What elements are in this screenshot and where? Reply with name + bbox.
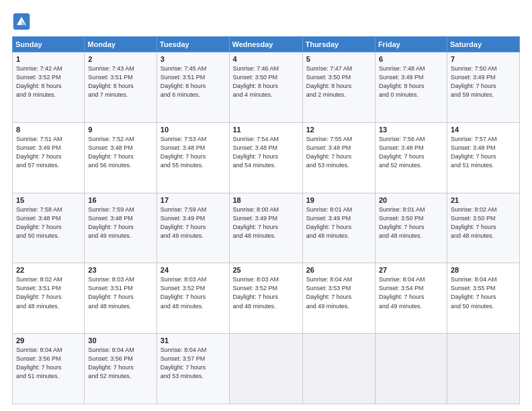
day-detail: Sunrise: 8:04 AM Sunset: 3:56 PM Dayligh… xyxy=(88,346,152,381)
day-detail: Sunrise: 7:46 AM Sunset: 3:50 PM Dayligh… xyxy=(233,64,299,99)
day-number: 29 xyxy=(16,336,81,345)
day-detail: Sunrise: 7:56 AM Sunset: 3:48 PM Dayligh… xyxy=(379,135,443,170)
day-detail: Sunrise: 7:59 AM Sunset: 3:48 PM Dayligh… xyxy=(88,205,152,240)
day-number: 17 xyxy=(161,196,226,204)
day-detail: Sunrise: 7:48 AM Sunset: 3:49 PM Dayligh… xyxy=(379,64,443,99)
column-header-thursday: Thursday xyxy=(302,37,375,52)
day-number: 18 xyxy=(233,196,299,204)
column-header-friday: Friday xyxy=(375,37,447,52)
calendar-table: SundayMondayTuesdayWednesdayThursdayFrid… xyxy=(12,36,520,404)
day-number: 11 xyxy=(233,126,299,134)
column-header-wednesday: Wednesday xyxy=(229,37,302,52)
column-header-saturday: Saturday xyxy=(447,37,519,52)
day-number: 16 xyxy=(88,196,152,204)
week-row-1: 1Sunrise: 7:42 AM Sunset: 3:52 PM Daylig… xyxy=(13,52,520,123)
day-number: 5 xyxy=(306,55,371,63)
day-detail: Sunrise: 8:03 AM Sunset: 3:52 PM Dayligh… xyxy=(233,275,299,310)
day-number: 31 xyxy=(161,336,226,345)
day-number: 7 xyxy=(451,55,516,63)
calendar-cell: 23Sunrise: 8:03 AM Sunset: 3:51 PM Dayli… xyxy=(85,263,157,334)
day-number: 28 xyxy=(451,266,516,274)
day-detail: Sunrise: 7:57 AM Sunset: 3:48 PM Dayligh… xyxy=(451,135,516,170)
calendar-cell: 13Sunrise: 7:56 AM Sunset: 3:48 PM Dayli… xyxy=(375,122,447,193)
header-row: SundayMondayTuesdayWednesdayThursdayFrid… xyxy=(13,37,520,52)
day-detail: Sunrise: 7:43 AM Sunset: 3:51 PM Dayligh… xyxy=(88,64,152,99)
day-detail: Sunrise: 7:42 AM Sunset: 3:52 PM Dayligh… xyxy=(16,64,81,99)
calendar-cell: 15Sunrise: 7:58 AM Sunset: 3:48 PM Dayli… xyxy=(13,193,85,263)
calendar-cell: 18Sunrise: 8:00 AM Sunset: 3:49 PM Dayli… xyxy=(229,193,302,263)
logo xyxy=(12,12,34,31)
calendar-cell: 22Sunrise: 8:02 AM Sunset: 3:51 PM Dayli… xyxy=(13,263,85,334)
calendar-cell: 9Sunrise: 7:52 AM Sunset: 3:48 PM Daylig… xyxy=(85,122,157,193)
calendar-cell: 30Sunrise: 8:04 AM Sunset: 3:56 PM Dayli… xyxy=(85,334,157,404)
day-detail: Sunrise: 7:51 AM Sunset: 3:49 PM Dayligh… xyxy=(16,135,81,170)
calendar-cell: 29Sunrise: 8:04 AM Sunset: 3:56 PM Dayli… xyxy=(13,334,85,404)
day-number: 2 xyxy=(88,55,152,63)
column-header-sunday: Sunday xyxy=(13,37,85,52)
logo-icon xyxy=(12,12,31,31)
calendar-cell: 2Sunrise: 7:43 AM Sunset: 3:51 PM Daylig… xyxy=(85,52,157,123)
calendar-cell xyxy=(302,334,375,404)
day-number: 4 xyxy=(233,55,299,63)
calendar-header: SundayMondayTuesdayWednesdayThursdayFrid… xyxy=(13,37,520,52)
calendar-cell: 24Sunrise: 8:03 AM Sunset: 3:52 PM Dayli… xyxy=(157,263,229,334)
calendar-cell: 4Sunrise: 7:46 AM Sunset: 3:50 PM Daylig… xyxy=(229,52,302,123)
day-number: 26 xyxy=(306,266,371,274)
week-row-3: 15Sunrise: 7:58 AM Sunset: 3:48 PM Dayli… xyxy=(13,193,520,263)
calendar-cell: 3Sunrise: 7:45 AM Sunset: 3:51 PM Daylig… xyxy=(157,52,229,123)
day-number: 1 xyxy=(16,55,81,63)
calendar-cell xyxy=(447,334,519,404)
day-number: 9 xyxy=(88,126,152,134)
calendar-cell: 5Sunrise: 7:47 AM Sunset: 3:50 PM Daylig… xyxy=(302,52,375,123)
calendar-cell: 27Sunrise: 8:04 AM Sunset: 3:54 PM Dayli… xyxy=(375,263,447,334)
day-detail: Sunrise: 8:04 AM Sunset: 3:54 PM Dayligh… xyxy=(379,275,443,310)
day-detail: Sunrise: 7:47 AM Sunset: 3:50 PM Dayligh… xyxy=(306,64,371,99)
column-header-monday: Monday xyxy=(85,37,157,52)
day-detail: Sunrise: 8:02 AM Sunset: 3:50 PM Dayligh… xyxy=(451,205,516,240)
day-detail: Sunrise: 8:03 AM Sunset: 3:52 PM Dayligh… xyxy=(161,275,226,310)
day-detail: Sunrise: 7:55 AM Sunset: 3:48 PM Dayligh… xyxy=(306,135,371,170)
day-detail: Sunrise: 7:58 AM Sunset: 3:48 PM Dayligh… xyxy=(16,205,81,240)
day-detail: Sunrise: 7:59 AM Sunset: 3:49 PM Dayligh… xyxy=(161,205,226,240)
day-detail: Sunrise: 8:01 AM Sunset: 3:50 PM Dayligh… xyxy=(379,205,443,240)
calendar-cell: 20Sunrise: 8:01 AM Sunset: 3:50 PM Dayli… xyxy=(375,193,447,263)
calendar-cell: 1Sunrise: 7:42 AM Sunset: 3:52 PM Daylig… xyxy=(13,52,85,123)
day-detail: Sunrise: 7:54 AM Sunset: 3:48 PM Dayligh… xyxy=(233,135,299,170)
calendar-cell: 8Sunrise: 7:51 AM Sunset: 3:49 PM Daylig… xyxy=(13,122,85,193)
day-number: 24 xyxy=(161,266,226,274)
day-detail: Sunrise: 7:53 AM Sunset: 3:48 PM Dayligh… xyxy=(161,135,226,170)
day-number: 20 xyxy=(379,196,443,204)
calendar-cell: 26Sunrise: 8:04 AM Sunset: 3:53 PM Dayli… xyxy=(302,263,375,334)
calendar-cell: 25Sunrise: 8:03 AM Sunset: 3:52 PM Dayli… xyxy=(229,263,302,334)
calendar-cell: 17Sunrise: 7:59 AM Sunset: 3:49 PM Dayli… xyxy=(157,193,229,263)
calendar-cell xyxy=(229,334,302,404)
day-detail: Sunrise: 8:03 AM Sunset: 3:51 PM Dayligh… xyxy=(88,275,152,310)
calendar-cell: 11Sunrise: 7:54 AM Sunset: 3:48 PM Dayli… xyxy=(229,122,302,193)
calendar-cell: 12Sunrise: 7:55 AM Sunset: 3:48 PM Dayli… xyxy=(302,122,375,193)
calendar-cell: 16Sunrise: 7:59 AM Sunset: 3:48 PM Dayli… xyxy=(85,193,157,263)
day-number: 12 xyxy=(306,126,371,134)
calendar-cell xyxy=(375,334,447,404)
day-number: 23 xyxy=(88,266,152,274)
day-number: 25 xyxy=(233,266,299,274)
day-detail: Sunrise: 8:02 AM Sunset: 3:51 PM Dayligh… xyxy=(16,275,81,310)
day-number: 10 xyxy=(161,126,226,134)
day-detail: Sunrise: 7:45 AM Sunset: 3:51 PM Dayligh… xyxy=(161,64,226,99)
header xyxy=(12,12,520,31)
column-header-tuesday: Tuesday xyxy=(157,37,229,52)
week-row-5: 29Sunrise: 8:04 AM Sunset: 3:56 PM Dayli… xyxy=(13,334,520,404)
day-detail: Sunrise: 8:01 AM Sunset: 3:49 PM Dayligh… xyxy=(306,205,371,240)
day-number: 3 xyxy=(161,55,226,63)
day-number: 22 xyxy=(16,266,81,274)
calendar-cell: 10Sunrise: 7:53 AM Sunset: 3:48 PM Dayli… xyxy=(157,122,229,193)
page: SundayMondayTuesdayWednesdayThursdayFrid… xyxy=(0,0,532,411)
calendar-cell: 14Sunrise: 7:57 AM Sunset: 3:48 PM Dayli… xyxy=(447,122,519,193)
day-number: 6 xyxy=(379,55,443,63)
calendar-cell: 21Sunrise: 8:02 AM Sunset: 3:50 PM Dayli… xyxy=(447,193,519,263)
day-number: 15 xyxy=(16,196,81,204)
calendar-cell: 19Sunrise: 8:01 AM Sunset: 3:49 PM Dayli… xyxy=(302,193,375,263)
calendar-cell: 28Sunrise: 8:04 AM Sunset: 3:55 PM Dayli… xyxy=(447,263,519,334)
day-number: 19 xyxy=(306,196,371,204)
week-row-4: 22Sunrise: 8:02 AM Sunset: 3:51 PM Dayli… xyxy=(13,263,520,334)
day-number: 14 xyxy=(451,126,516,134)
